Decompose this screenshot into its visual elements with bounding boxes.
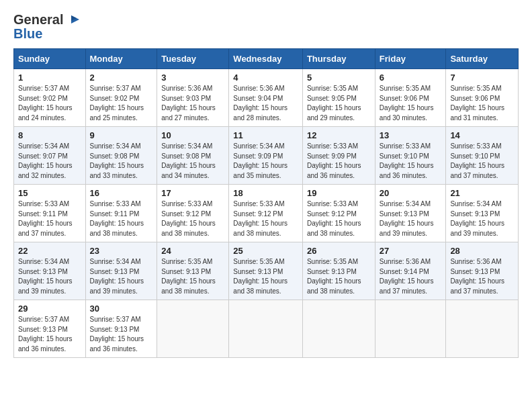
calendar-cell: 8Sunrise: 5:34 AMSunset: 9:07 PMDaylight… <box>14 127 86 185</box>
header-sunday: Sunday <box>14 49 86 69</box>
day-info: Sunrise: 5:34 AMSunset: 9:08 PMDaylight:… <box>161 142 224 181</box>
calendar-cell: 26Sunrise: 5:35 AMSunset: 9:13 PMDayligh… <box>302 242 375 300</box>
day-number: 5 <box>307 73 371 83</box>
calendar-cell: 27Sunrise: 5:36 AMSunset: 9:14 PMDayligh… <box>375 242 446 300</box>
day-number: 1 <box>18 73 81 83</box>
calendar-cell: 2Sunrise: 5:37 AMSunset: 9:02 PMDaylight… <box>85 69 157 127</box>
calendar-cell <box>446 300 519 358</box>
day-info: Sunrise: 5:35 AMSunset: 9:13 PMDaylight:… <box>161 257 224 296</box>
calendar-cell: 18Sunrise: 5:33 AMSunset: 9:12 PMDayligh… <box>229 185 303 242</box>
calendar-cell: 9Sunrise: 5:34 AMSunset: 9:08 PMDaylight… <box>85 127 157 185</box>
page: General Blue SundayMondayTuesdayWednesda… <box>0 0 532 370</box>
header-wednesday: Wednesday <box>229 49 303 69</box>
day-number: 29 <box>18 304 81 314</box>
calendar-cell: 22Sunrise: 5:34 AMSunset: 9:13 PMDayligh… <box>14 242 86 300</box>
day-number: 25 <box>233 246 298 256</box>
day-info: Sunrise: 5:35 AMSunset: 9:06 PMDaylight:… <box>450 84 514 123</box>
day-number: 23 <box>90 246 153 256</box>
logo: General Blue <box>13 12 79 42</box>
day-number: 27 <box>380 246 442 256</box>
week-row-1: 1Sunrise: 5:37 AMSunset: 9:02 PMDaylight… <box>14 69 519 127</box>
day-number: 10 <box>161 130 224 140</box>
calendar-cell: 7Sunrise: 5:35 AMSunset: 9:06 PMDaylight… <box>446 69 519 127</box>
day-number: 12 <box>307 130 371 140</box>
calendar-cell <box>302 300 375 358</box>
day-info: Sunrise: 5:36 AMSunset: 9:03 PMDaylight:… <box>161 84 224 123</box>
day-number: 17 <box>161 188 224 198</box>
header-tuesday: Tuesday <box>157 49 229 69</box>
day-info: Sunrise: 5:34 AMSunset: 9:13 PMDaylight:… <box>90 257 153 296</box>
day-info: Sunrise: 5:34 AMSunset: 9:13 PMDaylight:… <box>380 199 442 238</box>
day-number: 15 <box>18 188 81 198</box>
calendar-cell: 28Sunrise: 5:36 AMSunset: 9:13 PMDayligh… <box>446 242 519 300</box>
day-info: Sunrise: 5:34 AMSunset: 9:08 PMDaylight:… <box>90 142 153 181</box>
calendar-cell: 15Sunrise: 5:33 AMSunset: 9:11 PMDayligh… <box>14 185 86 242</box>
day-info: Sunrise: 5:37 AMSunset: 9:02 PMDaylight:… <box>18 84 81 123</box>
calendar-header-row: SundayMondayTuesdayWednesdayThursdayFrid… <box>14 49 519 69</box>
day-info: Sunrise: 5:35 AMSunset: 9:05 PMDaylight:… <box>307 84 371 123</box>
calendar-cell: 11Sunrise: 5:34 AMSunset: 9:09 PMDayligh… <box>229 127 303 185</box>
day-number: 13 <box>380 130 442 140</box>
day-number: 28 <box>450 246 514 256</box>
calendar-cell: 14Sunrise: 5:33 AMSunset: 9:10 PMDayligh… <box>446 127 519 185</box>
day-number: 19 <box>307 188 371 198</box>
day-number: 4 <box>233 73 298 83</box>
day-number: 24 <box>161 246 224 256</box>
day-info: Sunrise: 5:34 AMSunset: 9:13 PMDaylight:… <box>450 199 514 238</box>
day-info: Sunrise: 5:33 AMSunset: 9:12 PMDaylight:… <box>307 199 371 238</box>
calendar-cell <box>157 300 229 358</box>
calendar-cell: 10Sunrise: 5:34 AMSunset: 9:08 PMDayligh… <box>157 127 229 185</box>
calendar-table: SundayMondayTuesdayWednesdayThursdayFrid… <box>13 48 519 358</box>
header-area: General Blue <box>13 12 519 42</box>
day-info: Sunrise: 5:37 AMSunset: 9:02 PMDaylight:… <box>90 84 153 123</box>
day-number: 16 <box>90 188 153 198</box>
day-number: 30 <box>90 304 153 314</box>
logo-general: General <box>13 12 63 28</box>
day-info: Sunrise: 5:33 AMSunset: 9:09 PMDaylight:… <box>307 142 371 181</box>
header-thursday: Thursday <box>302 49 375 69</box>
day-number: 9 <box>90 130 153 140</box>
calendar-cell <box>229 300 303 358</box>
header-friday: Friday <box>375 49 446 69</box>
week-row-2: 8Sunrise: 5:34 AMSunset: 9:07 PMDaylight… <box>14 127 519 185</box>
day-number: 20 <box>380 188 442 198</box>
day-number: 8 <box>18 130 81 140</box>
day-info: Sunrise: 5:33 AMSunset: 9:10 PMDaylight:… <box>450 142 514 181</box>
day-info: Sunrise: 5:33 AMSunset: 9:11 PMDaylight:… <box>18 199 81 238</box>
calendar-cell: 24Sunrise: 5:35 AMSunset: 9:13 PMDayligh… <box>157 242 229 300</box>
header-monday: Monday <box>85 49 157 69</box>
calendar-cell: 3Sunrise: 5:36 AMSunset: 9:03 PMDaylight… <box>157 69 229 127</box>
day-info: Sunrise: 5:37 AMSunset: 9:13 PMDaylight:… <box>18 315 81 354</box>
day-info: Sunrise: 5:33 AMSunset: 9:12 PMDaylight:… <box>233 199 298 238</box>
day-info: Sunrise: 5:37 AMSunset: 9:13 PMDaylight:… <box>90 315 153 354</box>
header-saturday: Saturday <box>446 49 519 69</box>
day-number: 7 <box>450 73 514 83</box>
day-info: Sunrise: 5:33 AMSunset: 9:11 PMDaylight:… <box>90 199 153 238</box>
day-number: 14 <box>450 130 514 140</box>
calendar-cell: 1Sunrise: 5:37 AMSunset: 9:02 PMDaylight… <box>14 69 86 127</box>
calendar-cell: 12Sunrise: 5:33 AMSunset: 9:09 PMDayligh… <box>302 127 375 185</box>
day-number: 6 <box>380 73 442 83</box>
day-info: Sunrise: 5:36 AMSunset: 9:14 PMDaylight:… <box>380 257 442 296</box>
calendar-cell: 20Sunrise: 5:34 AMSunset: 9:13 PMDayligh… <box>375 185 446 242</box>
day-info: Sunrise: 5:35 AMSunset: 9:13 PMDaylight:… <box>233 257 298 296</box>
day-info: Sunrise: 5:34 AMSunset: 9:07 PMDaylight:… <box>18 142 81 181</box>
day-number: 11 <box>233 130 298 140</box>
day-number: 3 <box>161 73 224 83</box>
calendar-cell <box>375 300 446 358</box>
week-row-4: 22Sunrise: 5:34 AMSunset: 9:13 PMDayligh… <box>14 242 519 300</box>
day-info: Sunrise: 5:33 AMSunset: 9:12 PMDaylight:… <box>161 199 224 238</box>
day-info: Sunrise: 5:33 AMSunset: 9:10 PMDaylight:… <box>380 142 442 181</box>
day-number: 18 <box>233 188 298 198</box>
day-number: 26 <box>307 246 371 256</box>
calendar-cell: 19Sunrise: 5:33 AMSunset: 9:12 PMDayligh… <box>302 185 375 242</box>
day-number: 2 <box>90 73 153 83</box>
calendar-cell: 4Sunrise: 5:36 AMSunset: 9:04 PMDaylight… <box>229 69 303 127</box>
day-number: 22 <box>18 246 81 256</box>
calendar-cell: 5Sunrise: 5:35 AMSunset: 9:05 PMDaylight… <box>302 69 375 127</box>
calendar-cell: 16Sunrise: 5:33 AMSunset: 9:11 PMDayligh… <box>85 185 157 242</box>
day-number: 21 <box>450 188 514 198</box>
logo-bird-icon <box>66 13 79 28</box>
day-info: Sunrise: 5:34 AMSunset: 9:13 PMDaylight:… <box>18 257 81 296</box>
calendar-cell: 13Sunrise: 5:33 AMSunset: 9:10 PMDayligh… <box>375 127 446 185</box>
